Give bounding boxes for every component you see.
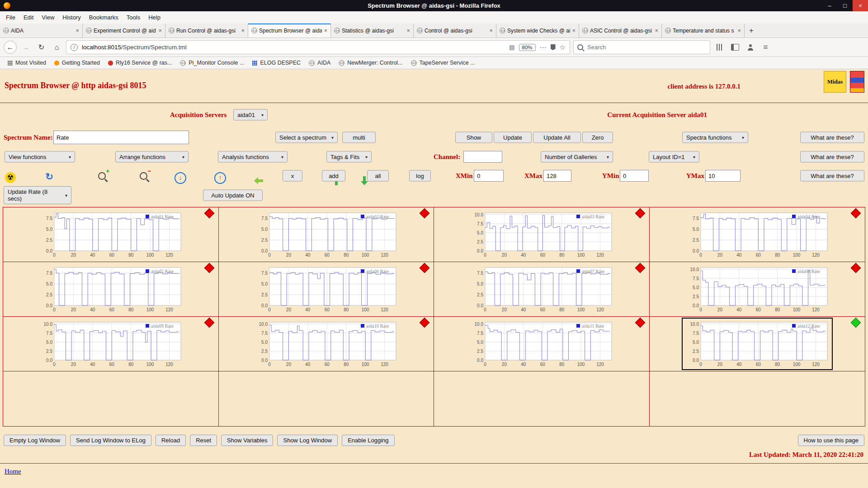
- analysis-functions-dropdown[interactable]: Analysis functions▾: [218, 151, 288, 163]
- spectrum-chart[interactable]: 0.02.55.07.510.0020406080100120aida08 Ra…: [683, 264, 832, 314]
- spectrum-chart[interactable]: 0.02.55.07.5020406080100120aida05 Rate: [36, 264, 185, 314]
- red-diamond-marker[interactable]: [851, 263, 861, 273]
- what-are-these-button-1[interactable]: What are these?: [800, 132, 864, 143]
- maximize-button[interactable]: □: [837, 0, 853, 11]
- menu-edit[interactable]: Edit: [19, 14, 38, 21]
- select-spectrum-dropdown[interactable]: Select a spectrum▾: [275, 132, 338, 143]
- account-button[interactable]: [744, 41, 756, 53]
- log-button[interactable]: log: [409, 170, 431, 182]
- spectrum-chart[interactable]: 0.02.55.07.510.0020406080100120aida09 Ra…: [36, 319, 185, 369]
- show-variables-button[interactable]: Show Variables: [221, 435, 273, 446]
- tab-close-icon[interactable]: ×: [489, 27, 493, 34]
- bookmark-newmerger-control[interactable]: NewMerger: Control...: [335, 59, 406, 67]
- empty-log-window-button[interactable]: Empty Log Window: [4, 435, 66, 446]
- reset-button[interactable]: Reset: [190, 435, 217, 446]
- menu-tools[interactable]: Tools: [123, 14, 144, 21]
- red-diamond-marker[interactable]: [635, 263, 645, 273]
- tab-close-icon[interactable]: ×: [241, 27, 245, 34]
- tab-4[interactable]: Spectrum Browser @ aida×: [248, 23, 331, 38]
- tab-1[interactable]: AIDA×: [0, 23, 83, 38]
- tab-close-icon[interactable]: ×: [158, 27, 162, 34]
- url-text[interactable]: localhost:8015/Spectrum/Spectrum.tml: [82, 44, 505, 51]
- search-input[interactable]: [586, 43, 706, 51]
- bookmark-star-icon[interactable]: ☆: [560, 43, 566, 52]
- zero-button[interactable]: Zero: [582, 132, 613, 143]
- refresh-button[interactable]: ↻: [43, 171, 55, 183]
- what-are-these-button-2[interactable]: What are these?: [800, 151, 864, 163]
- tab-6[interactable]: Control @ aidas-gsi×: [414, 23, 496, 38]
- forward-button[interactable]: →: [20, 41, 32, 53]
- tab-8[interactable]: ASIC Control @ aidas-gsi×: [579, 23, 662, 38]
- spectrum-chart[interactable]: 0.02.55.07.5020406080100120aida02 Rate: [251, 209, 401, 260]
- site-info-icon[interactable]: i: [71, 44, 78, 51]
- reader-mode-icon[interactable]: ▤: [509, 44, 514, 51]
- spectra-functions-dropdown[interactable]: Spectra functions▾: [682, 132, 748, 143]
- bookmark-getting-started[interactable]: Getting Started: [51, 59, 103, 67]
- what-are-these-button-3[interactable]: What are these?: [800, 170, 864, 182]
- zoom-out-button[interactable]: −: [137, 170, 149, 182]
- spectrum-chart[interactable]: 0.02.55.07.510.0020406080100120aida11 Ra…: [467, 319, 616, 369]
- left-arrow-button[interactable]: [253, 176, 264, 186]
- update-button[interactable]: Update: [494, 132, 532, 143]
- spectrum-chart[interactable]: 0.02.55.07.510.0020406080100120aida12 Ra…: [683, 319, 832, 369]
- red-diamond-marker[interactable]: [420, 208, 430, 219]
- sidebar-button[interactable]: [729, 41, 741, 53]
- red-diamond-marker[interactable]: [204, 208, 214, 219]
- back-button[interactable]: ←: [4, 41, 17, 54]
- view-functions-dropdown[interactable]: View functions▾: [5, 151, 75, 163]
- how-to-use-button[interactable]: How to use this page: [798, 435, 864, 446]
- bookmark-elog-despec[interactable]: ELOG DESPEC: [249, 59, 304, 67]
- bookmark-aida[interactable]: AIDA: [306, 59, 334, 67]
- channel-input[interactable]: [463, 151, 502, 163]
- spectrum-chart[interactable]: 0.02.55.07.5020406080100120aida04 Rate: [683, 209, 832, 260]
- spectrum-chart[interactable]: 0.02.55.07.510.0020406080100120aida03 Ra…: [467, 209, 616, 260]
- xmin-input[interactable]: [474, 170, 504, 182]
- tab-5[interactable]: Statistics @ aidas-gsi×: [331, 23, 414, 38]
- home-button[interactable]: ⌂: [51, 41, 63, 53]
- y-expand-button[interactable]: ↓: [175, 172, 186, 184]
- red-diamond-marker[interactable]: [635, 208, 645, 219]
- menu-file[interactable]: File: [2, 14, 19, 21]
- number-of-galleries-dropdown[interactable]: Number of Galleries▾: [541, 151, 613, 163]
- zoom-level-indicator[interactable]: 80%: [519, 44, 536, 51]
- red-diamond-marker[interactable]: [420, 263, 430, 273]
- shield-icon[interactable]: [551, 44, 556, 50]
- green-diamond-marker[interactable]: [851, 318, 861, 328]
- search-bar[interactable]: [573, 40, 710, 54]
- library-button[interactable]: [713, 41, 726, 53]
- tab-close-icon[interactable]: ×: [75, 27, 79, 34]
- spectrum-name-input[interactable]: [53, 131, 189, 144]
- ymax-input[interactable]: [705, 170, 741, 182]
- spectrum-chart[interactable]: 0.02.55.07.5020406080100120aida06 Rate: [251, 264, 401, 314]
- tab-9[interactable]: Temperature and status s×: [662, 23, 745, 38]
- bookmark-rly16-service-ras[interactable]: Rly16 Service @ ras...: [105, 59, 175, 67]
- page-actions-icon[interactable]: ⋯: [540, 43, 547, 52]
- url-bar[interactable]: i localhost:8015/Spectrum/Spectrum.tml ▤…: [66, 40, 570, 54]
- new-tab-button[interactable]: +: [745, 23, 758, 38]
- update-rate-dropdown[interactable]: Update Rate (8 secs)▾: [4, 186, 71, 204]
- reload-button[interactable]: Reload: [156, 435, 186, 446]
- ymin-input[interactable]: [620, 170, 649, 182]
- minimize-button[interactable]: –: [822, 0, 837, 11]
- close-button[interactable]: ×: [853, 0, 868, 11]
- y-compress-button[interactable]: ↑: [214, 172, 226, 184]
- red-diamond-marker[interactable]: [635, 318, 645, 328]
- add-button[interactable]: add: [322, 170, 345, 182]
- menu-button[interactable]: ≡: [760, 41, 772, 53]
- menu-help[interactable]: Help: [144, 14, 165, 21]
- all-button[interactable]: all: [367, 170, 389, 182]
- tab-close-icon[interactable]: ×: [655, 27, 658, 34]
- enable-logging-button[interactable]: Enable Logging: [342, 435, 394, 446]
- show-button[interactable]: Show: [455, 132, 492, 143]
- reload-button[interactable]: ↻: [35, 41, 47, 53]
- red-diamond-marker[interactable]: [204, 318, 214, 328]
- home-link[interactable]: Home: [5, 468, 21, 475]
- spectrum-chart[interactable]: 0.02.55.07.5020406080100120aida01 Rate: [36, 209, 185, 260]
- red-diamond-marker[interactable]: [204, 263, 214, 273]
- x-button[interactable]: x: [283, 170, 302, 182]
- tab-close-icon[interactable]: ×: [737, 27, 741, 34]
- menu-view[interactable]: View: [38, 14, 58, 21]
- red-diamond-marker[interactable]: [851, 208, 861, 219]
- tab-7[interactable]: System wide Checks @ ai×: [496, 23, 579, 38]
- red-diamond-marker[interactable]: [420, 318, 430, 328]
